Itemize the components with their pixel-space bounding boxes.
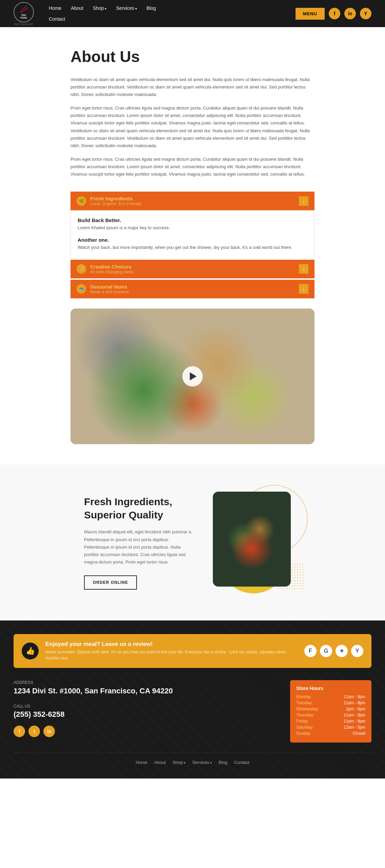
accordion-subtitle-2: An ever-changing menu xyxy=(90,270,133,274)
food-bowl-image xyxy=(213,492,291,587)
review-banner: 👍 Enjoyed your meal? Leave us a review! … xyxy=(14,634,371,668)
header: 🥢 DIVIPOKE RESTAURANT Home About Shop Se… xyxy=(0,0,385,27)
review-icon-yelp[interactable]: Y xyxy=(351,645,363,657)
hours-time-thursday: 11am - 9pm xyxy=(344,713,365,717)
hours-day-thursday: Thursday: xyxy=(296,713,314,717)
header-social-in[interactable]: in xyxy=(344,8,356,19)
footer-bottom-nav: Home About Shop Services Blog Contact xyxy=(14,760,371,765)
nav-row1: Home About Shop Services Blog xyxy=(44,3,161,14)
about-paragraph-2: Proin eget tortor risus. Cras ultricies … xyxy=(70,104,315,150)
footer-nav-contact[interactable]: Contact xyxy=(234,760,249,765)
footer: 👍 Enjoyed your meal? Leave us a review! … xyxy=(0,620,385,778)
hours-day-tuesday: Tuesday: xyxy=(296,701,313,705)
hours-tuesday: Tuesday: 11am - 9pm xyxy=(296,701,365,705)
accordion-header-3[interactable]: 🐟 Seasonal Items Never a dull moment! ↓ xyxy=(70,280,315,298)
review-icons: F G ✈ Y xyxy=(304,645,363,657)
hours-day-sunday: Sunday: xyxy=(296,731,311,736)
hours-time-friday: 11am - 9pm xyxy=(344,719,365,724)
feature-title: Fresh Ingredients, Superior Quality xyxy=(84,495,192,521)
play-button[interactable] xyxy=(182,366,203,387)
accordion: 🌿 Fresh Ingredients Local. Organic. Eco … xyxy=(64,192,321,298)
about-title: About Us xyxy=(70,47,315,66)
footer-social-in[interactable]: in xyxy=(43,726,55,737)
feature-text: Fresh Ingredients, Superior Quality Maur… xyxy=(84,495,192,589)
review-icon-tripadvisor[interactable]: ✈ xyxy=(336,645,348,657)
logo[interactable]: 🥢 DIVIPOKE RESTAURANT xyxy=(14,2,34,25)
footer-nav-services[interactable]: Services xyxy=(192,760,212,765)
menu-button[interactable]: MENU xyxy=(296,8,325,20)
hours-day-saturday: Saturday: xyxy=(296,725,313,730)
order-online-button[interactable]: ORDER ONLINE xyxy=(84,575,137,590)
accordion-icon-3: 🐟 xyxy=(77,284,86,294)
acc-title-wrap-2: Creative Choices An ever-changing menu xyxy=(90,264,133,274)
accordion-item-1: 🌿 Fresh Ingredients Local. Organic. Eco … xyxy=(70,192,315,258)
footer-left: Address 1234 Divi St. #1000, San Francis… xyxy=(14,680,277,743)
hours-saturday: Saturday: 12am - 5pm xyxy=(296,725,365,730)
accordion-title-1: Fresh Ingredients xyxy=(90,196,142,201)
nav-row2: Contact xyxy=(44,14,161,24)
acc-body-text-1-1: Lorem Khaled Ipsum is a major key to suc… xyxy=(78,224,307,232)
footer-nav-home[interactable]: Home xyxy=(136,760,147,765)
hours-wednesday: Wednesday: 1pm - 6pm xyxy=(296,707,365,711)
accordion-toggle-2[interactable]: ↓ xyxy=(299,264,308,274)
nav-contact[interactable]: Contact xyxy=(44,14,70,24)
video-section xyxy=(64,309,321,444)
review-subtitle: Never surrender. Special cloth alert. It… xyxy=(45,649,298,661)
footer-social-tw[interactable]: t xyxy=(28,726,40,737)
review-title: Enjoyed your meal? Leave us a review! xyxy=(45,641,298,648)
about-paragraph-1: Vestibulum oc diam sit amet quam vehicul… xyxy=(70,76,315,98)
header-right: MENU f in Y xyxy=(296,8,371,20)
hours-day-friday: Friday: xyxy=(296,719,309,724)
footer-phone: (255) 352-6258 xyxy=(14,710,277,719)
hours-time-saturday: 12am - 5pm xyxy=(344,725,365,730)
accordion-item-3: 🐟 Seasonal Items Never a dull moment! ↓ xyxy=(70,280,315,298)
nav-blog[interactable]: Blog xyxy=(142,3,161,14)
nav-home[interactable]: Home xyxy=(44,3,66,14)
feature-section: Fresh Ingredients, Superior Quality Maur… xyxy=(0,465,385,620)
accordion-item-2: 🍴 Creative Choices An ever-changing menu… xyxy=(70,260,315,278)
hours-time-sunday: Closed xyxy=(353,731,365,736)
header-social-fb[interactable]: f xyxy=(329,8,340,19)
review-icon-foursquare[interactable]: F xyxy=(304,645,317,657)
logo-circle: 🥢 DIVIPOKE xyxy=(14,2,34,22)
acc-body-title-1-2: Another one. xyxy=(78,237,307,243)
play-icon xyxy=(190,372,197,380)
accordion-toggle-3[interactable]: ↓ xyxy=(299,284,308,294)
nav-shop[interactable]: Shop xyxy=(88,3,111,14)
accordion-header-1[interactable]: 🌿 Fresh Ingredients Local. Organic. Eco … xyxy=(70,192,315,210)
nav-about[interactable]: About xyxy=(66,3,88,14)
hours-thursday: Thursday: 11am - 9pm xyxy=(296,713,365,717)
header-left: 🥢 DIVIPOKE RESTAURANT Home About Shop Se… xyxy=(14,2,161,25)
accordion-subtitle-3: Never a dull moment! xyxy=(90,290,129,294)
footer-socials: f t in xyxy=(14,726,277,737)
acc-body-item-1-1: Build Back Better. Lorem Khaled Ipsum is… xyxy=(78,217,307,232)
accordion-body-1: Build Back Better. Lorem Khaled Ipsum is… xyxy=(70,210,315,258)
accordion-icon-1: 🌿 xyxy=(77,196,86,206)
acc-body-title-1-1: Build Back Better. xyxy=(78,217,307,223)
review-text: Enjoyed your meal? Leave us a review! Ne… xyxy=(45,641,298,661)
footer-nav-blog[interactable]: Blog xyxy=(219,760,227,765)
about-paragraph-3: Proin eget tortor risus. Cras ultricies … xyxy=(70,156,315,178)
nav-services[interactable]: Services xyxy=(111,3,141,14)
acc-body-item-1-2: Another one. Watch your back, but more i… xyxy=(78,237,307,251)
footer-right: Store Hours Monday: 11am - 9pm Tuesday: … xyxy=(290,680,371,743)
acc-body-text-1-2: Watch your back, but more importantly, w… xyxy=(78,244,307,251)
hours-day-monday: Monday: xyxy=(296,694,312,699)
about-section: About Us Vestibulum oc diam sit amet qua… xyxy=(64,47,321,178)
review-icon-google[interactable]: G xyxy=(320,645,332,657)
acc-title-wrap-1: Fresh Ingredients Local. Organic. Eco Fr… xyxy=(90,196,142,206)
footer-nav-about[interactable]: About xyxy=(154,760,166,765)
accordion-header-left-3: 🐟 Seasonal Items Never a dull moment! xyxy=(77,284,129,294)
accordion-toggle-1[interactable]: ↓ xyxy=(299,196,308,206)
footer-divider xyxy=(14,753,371,753)
footer-nav-shop[interactable]: Shop xyxy=(173,760,185,765)
accordion-header-2[interactable]: 🍴 Creative Choices An ever-changing menu… xyxy=(70,260,315,278)
feature-image-wrap xyxy=(213,492,301,593)
hours-title: Store Hours xyxy=(296,686,365,691)
footer-social-fb[interactable]: f xyxy=(14,726,25,737)
hours-time-tuesday: 11am - 9pm xyxy=(344,701,365,705)
feature-description: Mauris blandit aliquet elit, eget tincid… xyxy=(84,528,192,566)
header-social-yelp[interactable]: Y xyxy=(360,8,371,19)
phone-label: Call Us xyxy=(14,704,277,709)
video-thumbnail[interactable] xyxy=(70,309,315,444)
